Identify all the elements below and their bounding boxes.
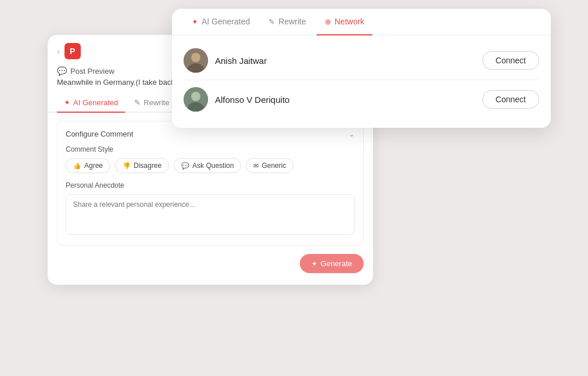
generate-button[interactable]: Generate <box>300 254 364 273</box>
config-title: Configure Comment <box>66 130 133 138</box>
sparkle-icon <box>64 98 70 107</box>
anecdote-textarea[interactable] <box>66 194 355 235</box>
chevron-right-icon[interactable]: › <box>57 46 60 56</box>
svg-point-4 <box>191 92 200 101</box>
sparkle-icon <box>192 17 198 26</box>
person-row-1: Anish Jaitwar Connect <box>184 41 539 80</box>
avatar-2 <box>184 87 208 112</box>
comment-icon: 💬 <box>57 66 67 76</box>
generic-icon <box>253 162 259 170</box>
connect-button-1[interactable]: Connect <box>482 51 539 70</box>
config-section: Configure Comment ⌄ Comment Style Agree … <box>57 121 364 246</box>
comment-style-label: Comment Style <box>66 145 355 153</box>
network-card: AI Generated Rewrite Network Anish <box>172 9 551 128</box>
ask-question-button[interactable]: Ask Question <box>174 158 241 173</box>
tab-rewrite[interactable]: Rewrite <box>127 94 176 113</box>
style-buttons: Agree Disagree Ask Question Generic <box>66 158 355 173</box>
agree-button[interactable]: Agree <box>66 158 110 173</box>
tab-ai-generated[interactable]: AI Generated <box>57 94 125 113</box>
network-list: Anish Jaitwar Connect Alfonso V Deriquit… <box>172 35 551 128</box>
svg-point-1 <box>191 53 200 62</box>
person-name-1: Anish Jaitwar <box>215 56 267 66</box>
person-left-2: Alfonso V Deriquito <box>184 87 289 112</box>
person-row-2: Alfonso V Deriquito Connect <box>184 80 539 119</box>
connect-button-2[interactable]: Connect <box>482 90 539 109</box>
anecdote-label: Personal Anecdote <box>66 181 355 189</box>
sparkle-icon <box>311 259 317 268</box>
generic-button[interactable]: Generic <box>246 158 293 173</box>
network-icon <box>325 17 331 26</box>
generate-btn-wrapper: Generate <box>48 246 373 273</box>
person-name-2: Alfonso V Deriquito <box>215 95 289 105</box>
network-tab-ai-generated[interactable]: AI Generated <box>184 9 258 35</box>
network-tab-network[interactable]: Network <box>317 9 372 35</box>
avatar-1 <box>184 48 208 73</box>
thumbs-down-icon <box>123 162 131 170</box>
disagree-button[interactable]: Disagree <box>115 158 169 173</box>
rewrite-icon <box>134 98 141 107</box>
chevron-down-icon[interactable]: ⌄ <box>349 130 355 138</box>
chat-icon <box>181 162 189 170</box>
thumbs-up-icon <box>73 162 81 170</box>
p-badge: P <box>64 43 81 59</box>
config-header: Configure Comment ⌄ <box>66 130 355 138</box>
person-left-1: Anish Jaitwar <box>184 48 267 73</box>
network-tabs-row: AI Generated Rewrite Network <box>172 9 551 35</box>
rewrite-icon <box>268 17 275 26</box>
network-tab-rewrite[interactable]: Rewrite <box>260 9 314 35</box>
